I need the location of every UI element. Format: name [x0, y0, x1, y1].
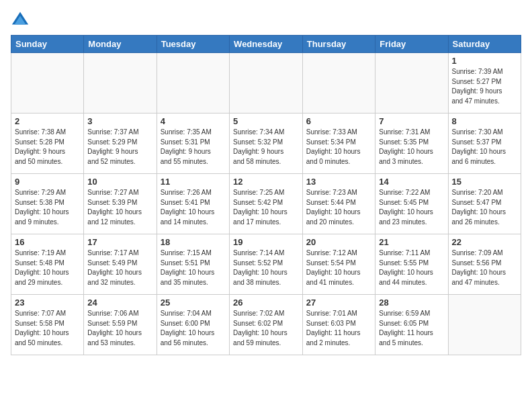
day-number: 17 — [87, 237, 152, 247]
calendar-week-3: 9Sunrise: 7:29 AM Sunset: 5:38 PM Daylig… — [11, 174, 521, 234]
day-number: 25 — [161, 298, 226, 308]
calendar-day-cell — [84, 53, 157, 113]
day-info: Sunrise: 7:37 AM Sunset: 5:29 PM Dayligh… — [87, 128, 152, 167]
day-number: 9 — [15, 177, 80, 187]
day-number: 10 — [87, 177, 152, 187]
day-number: 12 — [233, 177, 299, 187]
calendar-day-cell: 1Sunrise: 7:39 AM Sunset: 5:27 PM Daylig… — [448, 53, 521, 113]
day-info: Sunrise: 7:35 AM Sunset: 5:31 PM Dayligh… — [161, 128, 226, 167]
day-info: Sunrise: 7:11 AM Sunset: 5:55 PM Dayligh… — [379, 248, 444, 287]
day-number: 20 — [306, 237, 371, 247]
day-info: Sunrise: 7:33 AM Sunset: 5:34 PM Dayligh… — [306, 128, 371, 167]
logo — [11, 11, 32, 30]
day-number: 21 — [379, 237, 444, 247]
day-number: 23 — [15, 298, 80, 308]
calendar-day-cell: 5Sunrise: 7:34 AM Sunset: 5:32 PM Daylig… — [230, 113, 303, 174]
day-info: Sunrise: 7:17 AM Sunset: 5:49 PM Dayligh… — [87, 248, 152, 287]
day-info: Sunrise: 7:06 AM Sunset: 5:59 PM Dayligh… — [87, 309, 152, 348]
calendar-day-cell: 14Sunrise: 7:22 AM Sunset: 5:45 PM Dayli… — [375, 174, 448, 234]
calendar-day-cell: 17Sunrise: 7:17 AM Sunset: 5:49 PM Dayli… — [84, 234, 157, 295]
weekday-header-friday: Friday — [375, 36, 448, 53]
day-info: Sunrise: 7:14 AM Sunset: 5:52 PM Dayligh… — [233, 248, 299, 287]
calendar-day-cell: 22Sunrise: 7:09 AM Sunset: 5:56 PM Dayli… — [448, 234, 521, 295]
day-number: 14 — [379, 177, 444, 187]
day-info: Sunrise: 7:30 AM Sunset: 5:37 PM Dayligh… — [452, 128, 518, 167]
day-info: Sunrise: 7:19 AM Sunset: 5:48 PM Dayligh… — [15, 248, 80, 287]
calendar-day-cell: 9Sunrise: 7:29 AM Sunset: 5:38 PM Daylig… — [11, 174, 84, 234]
calendar-week-2: 2Sunrise: 7:38 AM Sunset: 5:28 PM Daylig… — [11, 113, 521, 174]
calendar-day-cell: 7Sunrise: 7:31 AM Sunset: 5:35 PM Daylig… — [375, 113, 448, 174]
day-info: Sunrise: 7:23 AM Sunset: 5:44 PM Dayligh… — [306, 188, 371, 227]
calendar-day-cell: 28Sunrise: 6:59 AM Sunset: 6:05 PM Dayli… — [375, 295, 448, 355]
calendar-week-1: 1Sunrise: 7:39 AM Sunset: 5:27 PM Daylig… — [11, 53, 521, 113]
day-info: Sunrise: 7:39 AM Sunset: 5:27 PM Dayligh… — [452, 67, 518, 106]
day-number: 6 — [306, 116, 371, 126]
page-header — [11, 11, 521, 30]
day-info: Sunrise: 7:26 AM Sunset: 5:41 PM Dayligh… — [161, 188, 226, 227]
calendar-day-cell: 10Sunrise: 7:27 AM Sunset: 5:39 PM Dayli… — [84, 174, 157, 234]
day-number: 28 — [379, 298, 444, 308]
day-info: Sunrise: 7:04 AM Sunset: 6:00 PM Dayligh… — [161, 309, 226, 348]
day-info: Sunrise: 7:22 AM Sunset: 5:45 PM Dayligh… — [379, 188, 444, 227]
day-info: Sunrise: 6:59 AM Sunset: 6:05 PM Dayligh… — [379, 309, 444, 348]
calendar-day-cell: 8Sunrise: 7:30 AM Sunset: 5:37 PM Daylig… — [448, 113, 521, 174]
calendar-day-cell: 26Sunrise: 7:02 AM Sunset: 6:02 PM Dayli… — [230, 295, 303, 355]
day-info: Sunrise: 7:25 AM Sunset: 5:42 PM Dayligh… — [233, 188, 299, 227]
day-info: Sunrise: 7:07 AM Sunset: 5:58 PM Dayligh… — [15, 309, 80, 348]
calendar-header-row: SundayMondayTuesdayWednesdayThursdayFrid… — [11, 36, 521, 53]
calendar-day-cell: 12Sunrise: 7:25 AM Sunset: 5:42 PM Dayli… — [230, 174, 303, 234]
day-number: 7 — [379, 116, 444, 126]
calendar-day-cell — [302, 53, 375, 113]
calendar-day-cell: 13Sunrise: 7:23 AM Sunset: 5:44 PM Dayli… — [302, 174, 375, 234]
day-number: 26 — [233, 298, 299, 308]
day-number: 5 — [233, 116, 299, 126]
calendar-table: SundayMondayTuesdayWednesdayThursdayFrid… — [11, 35, 521, 355]
calendar-day-cell: 18Sunrise: 7:15 AM Sunset: 5:51 PM Dayli… — [157, 234, 229, 295]
calendar-week-5: 23Sunrise: 7:07 AM Sunset: 5:58 PM Dayli… — [11, 295, 521, 355]
calendar-day-cell: 6Sunrise: 7:33 AM Sunset: 5:34 PM Daylig… — [302, 113, 375, 174]
calendar-day-cell: 24Sunrise: 7:06 AM Sunset: 5:59 PM Dayli… — [84, 295, 157, 355]
weekday-header-saturday: Saturday — [448, 36, 521, 53]
calendar-day-cell — [157, 53, 229, 113]
day-info: Sunrise: 7:09 AM Sunset: 5:56 PM Dayligh… — [452, 248, 518, 287]
day-number: 19 — [233, 237, 299, 247]
day-number: 22 — [452, 237, 518, 247]
day-info: Sunrise: 7:15 AM Sunset: 5:51 PM Dayligh… — [161, 248, 226, 287]
day-number: 3 — [87, 116, 152, 126]
calendar-day-cell: 25Sunrise: 7:04 AM Sunset: 6:00 PM Dayli… — [157, 295, 229, 355]
weekday-header-wednesday: Wednesday — [230, 36, 303, 53]
calendar-day-cell: 21Sunrise: 7:11 AM Sunset: 5:55 PM Dayli… — [375, 234, 448, 295]
weekday-header-thursday: Thursday — [302, 36, 375, 53]
calendar-day-cell: 27Sunrise: 7:01 AM Sunset: 6:03 PM Dayli… — [302, 295, 375, 355]
day-info: Sunrise: 7:31 AM Sunset: 5:35 PM Dayligh… — [379, 128, 444, 167]
day-number: 1 — [452, 56, 518, 66]
calendar-day-cell — [230, 53, 303, 113]
day-number: 8 — [452, 116, 518, 126]
calendar-day-cell: 19Sunrise: 7:14 AM Sunset: 5:52 PM Dayli… — [230, 234, 303, 295]
day-info: Sunrise: 7:20 AM Sunset: 5:47 PM Dayligh… — [452, 188, 518, 227]
day-info: Sunrise: 7:02 AM Sunset: 6:02 PM Dayligh… — [233, 309, 299, 348]
day-number: 24 — [87, 298, 152, 308]
day-info: Sunrise: 7:27 AM Sunset: 5:39 PM Dayligh… — [87, 188, 152, 227]
day-number: 27 — [306, 298, 371, 308]
calendar-day-cell — [375, 53, 448, 113]
day-info: Sunrise: 7:29 AM Sunset: 5:38 PM Dayligh… — [15, 188, 80, 227]
calendar-day-cell — [11, 53, 84, 113]
calendar-day-cell: 4Sunrise: 7:35 AM Sunset: 5:31 PM Daylig… — [157, 113, 229, 174]
day-info: Sunrise: 7:38 AM Sunset: 5:28 PM Dayligh… — [15, 128, 80, 167]
calendar-week-4: 16Sunrise: 7:19 AM Sunset: 5:48 PM Dayli… — [11, 234, 521, 295]
day-number: 16 — [15, 237, 80, 247]
day-info: Sunrise: 7:12 AM Sunset: 5:54 PM Dayligh… — [306, 248, 371, 287]
calendar-day-cell: 15Sunrise: 7:20 AM Sunset: 5:47 PM Dayli… — [448, 174, 521, 234]
day-number: 11 — [161, 177, 226, 187]
day-number: 13 — [306, 177, 371, 187]
day-number: 2 — [15, 116, 80, 126]
calendar-day-cell: 11Sunrise: 7:26 AM Sunset: 5:41 PM Dayli… — [157, 174, 229, 234]
day-info: Sunrise: 7:01 AM Sunset: 6:03 PM Dayligh… — [306, 309, 371, 348]
weekday-header-tuesday: Tuesday — [157, 36, 229, 53]
day-number: 18 — [161, 237, 226, 247]
day-info: Sunrise: 7:34 AM Sunset: 5:32 PM Dayligh… — [233, 128, 299, 167]
weekday-header-sunday: Sunday — [11, 36, 84, 53]
calendar-day-cell: 20Sunrise: 7:12 AM Sunset: 5:54 PM Dayli… — [302, 234, 375, 295]
logo-icon — [11, 11, 30, 30]
